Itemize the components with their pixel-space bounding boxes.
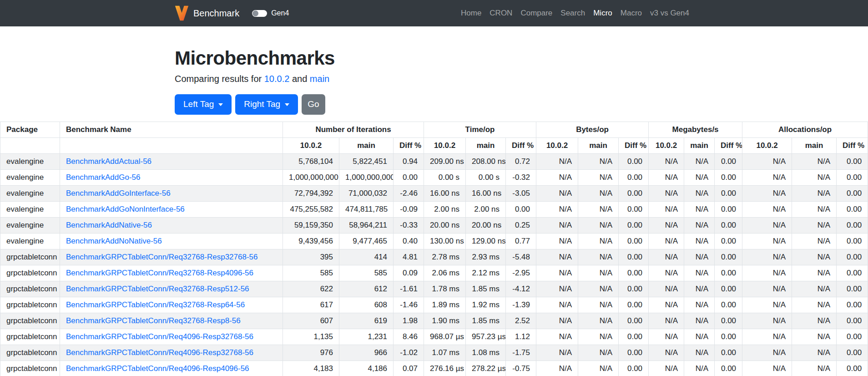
left-tag-dropdown[interactable]: Left Tag bbox=[175, 94, 232, 115]
cell-value: 58,964,211 bbox=[339, 217, 394, 233]
cell-value: N/A bbox=[649, 185, 684, 201]
benchmark-link[interactable]: BenchmarkGRPCTabletConn/Req32768-Resp327… bbox=[66, 253, 257, 261]
cell-value: 0.00 s bbox=[466, 169, 506, 185]
nav-link-v3-vs-gen4[interactable]: v3 vs Gen4 bbox=[646, 9, 693, 18]
benchmark-link[interactable]: BenchmarkGRPCTabletConn/Req32768-Resp8-5… bbox=[66, 316, 241, 325]
cell-value: 0.00 bbox=[715, 361, 742, 376]
cell-benchmark-name: BenchmarkAddGoNonInterface-56 bbox=[60, 201, 283, 217]
cell-value: N/A bbox=[578, 249, 619, 265]
cell-value: N/A bbox=[536, 201, 578, 217]
cell-value: N/A bbox=[742, 297, 792, 313]
benchmark-link[interactable]: BenchmarkAddActual-56 bbox=[66, 157, 151, 166]
right-ref-link[interactable]: main bbox=[310, 74, 329, 84]
benchmark-link[interactable]: BenchmarkAddNative-56 bbox=[66, 221, 152, 229]
benchmark-link[interactable]: BenchmarkAddGoNonInterface-56 bbox=[66, 205, 185, 213]
go-button[interactable]: Go bbox=[302, 94, 325, 115]
cell-value: N/A bbox=[649, 249, 684, 265]
benchmark-link[interactable]: BenchmarkGRPCTabletConn/Req32768-Resp64-… bbox=[66, 300, 245, 309]
cell-value: N/A bbox=[684, 217, 715, 233]
cell-value: N/A bbox=[792, 265, 837, 281]
cell-value: 9,439,456 bbox=[283, 233, 339, 249]
cell-package: grpctabletconn bbox=[0, 329, 60, 345]
cell-value: 0.72 bbox=[506, 153, 536, 169]
cell-value: N/A bbox=[742, 249, 792, 265]
table-row: grpctabletconnBenchmarkGRPCTabletConn/Re… bbox=[0, 345, 868, 361]
nav-link-macro[interactable]: Macro bbox=[616, 9, 646, 18]
benchmark-link[interactable]: BenchmarkAddGoInterface-56 bbox=[66, 189, 171, 198]
nav-link-micro[interactable]: Micro bbox=[589, 9, 616, 18]
subheader-diff: Diff % bbox=[394, 137, 424, 153]
cell-package: grpctabletconn bbox=[0, 281, 60, 297]
cell-value: 276.16 µs bbox=[424, 361, 466, 376]
subheader-main: main bbox=[466, 137, 506, 153]
benchmark-link[interactable]: BenchmarkAddNoNative-56 bbox=[66, 237, 162, 245]
cell-value: N/A bbox=[792, 297, 837, 313]
gen4-toggle-knob bbox=[252, 10, 258, 16]
nav-link-compare[interactable]: Compare bbox=[516, 9, 556, 18]
cell-value: 0.00 bbox=[837, 201, 868, 217]
cell-value: 0.07 bbox=[394, 361, 424, 376]
benchmark-link[interactable]: BenchmarkGRPCTabletConn/Req4096-Resp4096… bbox=[66, 364, 249, 373]
cell-value: 968.07 µs bbox=[424, 329, 466, 345]
cell-value: 608 bbox=[339, 297, 394, 313]
cell-package: grpctabletconn bbox=[0, 313, 60, 329]
cell-value: 2.52 bbox=[506, 313, 536, 329]
cell-value: 0.00 bbox=[837, 329, 868, 345]
cell-value: N/A bbox=[536, 169, 578, 185]
gen4-toggle[interactable] bbox=[252, 10, 267, 17]
cell-package: grpctabletconn bbox=[0, 345, 60, 361]
cell-value: 966 bbox=[339, 345, 394, 361]
cell-value: N/A bbox=[536, 185, 578, 201]
cell-value: 130.00 ns bbox=[424, 233, 466, 249]
nav-link-search[interactable]: Search bbox=[556, 9, 589, 18]
nav-link-home[interactable]: Home bbox=[457, 9, 485, 18]
subheader-main: main bbox=[792, 137, 837, 153]
cell-value: 2.00 ns bbox=[424, 201, 466, 217]
cell-value: N/A bbox=[684, 265, 715, 281]
right-tag-dropdown[interactable]: Right Tag bbox=[235, 94, 298, 115]
cell-value: 208.00 ns bbox=[466, 153, 506, 169]
benchmark-link[interactable]: BenchmarkGRPCTabletConn/Req32768-Resp409… bbox=[66, 269, 253, 277]
cell-value: N/A bbox=[792, 201, 837, 217]
cell-value: N/A bbox=[649, 265, 684, 281]
cell-value: N/A bbox=[578, 201, 619, 217]
subtitle: Comparing results for 10.0.2 and main bbox=[175, 74, 693, 84]
benchmark-link[interactable]: BenchmarkAddGo-56 bbox=[66, 173, 140, 182]
subheader-10-0-2: 10.0.2 bbox=[649, 137, 684, 153]
cell-value: N/A bbox=[792, 345, 837, 361]
nav-link-cron[interactable]: CRON bbox=[485, 9, 516, 18]
benchmark-link[interactable]: BenchmarkGRPCTabletConn/Req4096-Resp3276… bbox=[66, 348, 253, 357]
cell-value: 0.00 bbox=[715, 233, 742, 249]
subtitle-prefix: Comparing results for bbox=[175, 74, 264, 84]
benchmark-link[interactable]: BenchmarkGRPCTabletConn/Req4096-Resp3276… bbox=[66, 332, 253, 341]
cell-value: N/A bbox=[536, 345, 578, 361]
cell-value: 0.77 bbox=[506, 233, 536, 249]
cell-value: 0.00 bbox=[619, 169, 649, 185]
subheader-spacer bbox=[60, 137, 283, 153]
cell-value: 72,794,392 bbox=[283, 185, 339, 201]
cell-value: 59,159,350 bbox=[283, 217, 339, 233]
cell-value: 976 bbox=[283, 345, 339, 361]
left-ref-link[interactable]: 10.0.2 bbox=[264, 74, 290, 84]
cell-value: 0.00 bbox=[715, 201, 742, 217]
cell-value: 0.00 bbox=[837, 217, 868, 233]
cell-value: 0.00 bbox=[715, 265, 742, 281]
page-title: Microbenchmarks bbox=[175, 47, 693, 69]
cell-value: 129.00 ns bbox=[466, 233, 506, 249]
cell-value: N/A bbox=[649, 361, 684, 376]
navbar: Benchmark Gen4 HomeCRONCompareSearchMicr… bbox=[0, 0, 868, 26]
cell-value: N/A bbox=[536, 297, 578, 313]
cell-package: evalengine bbox=[0, 153, 60, 169]
cell-value: 1,231 bbox=[339, 329, 394, 345]
cell-value: N/A bbox=[649, 201, 684, 217]
cell-value: N/A bbox=[742, 345, 792, 361]
cell-value: N/A bbox=[578, 169, 619, 185]
cell-value: 0.00 bbox=[619, 265, 649, 281]
cell-value: 0.09 bbox=[394, 265, 424, 281]
cell-value: 0.00 bbox=[837, 345, 868, 361]
brand-link[interactable]: Benchmark bbox=[193, 8, 239, 19]
benchmark-link[interactable]: BenchmarkGRPCTabletConn/Req32768-Resp512… bbox=[66, 285, 249, 293]
cell-value: 20.00 ns bbox=[466, 217, 506, 233]
subheader-10-0-2: 10.0.2 bbox=[283, 137, 339, 153]
col-header-package: Package bbox=[0, 122, 60, 137]
